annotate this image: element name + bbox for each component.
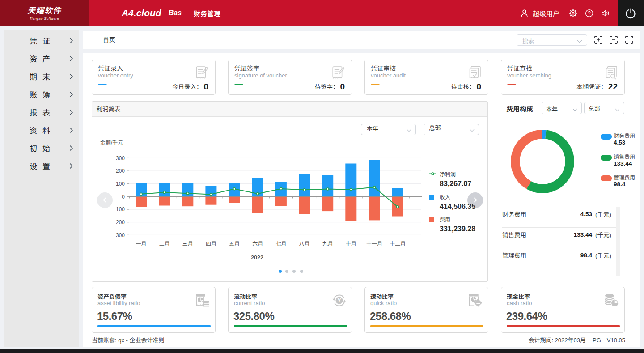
svg-text:2022: 2022	[251, 255, 263, 261]
svg-text:五月: 五月	[229, 241, 240, 247]
svg-text:金额/千元: 金额/千元	[100, 140, 123, 146]
svg-text:300: 300	[116, 155, 125, 162]
svg-text:100: 100	[116, 206, 125, 213]
svg-text:六月: 六月	[252, 241, 263, 247]
svg-text:100: 100	[116, 181, 125, 187]
svg-text:四月: 四月	[206, 241, 216, 247]
svg-text:七月: 七月	[275, 241, 286, 247]
svg-text:一月: 一月	[136, 241, 146, 247]
svg-text:300: 300	[116, 232, 125, 238]
svg-text:三月: 三月	[182, 241, 193, 247]
svg-text:十一月: 十一月	[366, 241, 382, 247]
svg-text:¥: ¥	[338, 297, 341, 304]
svg-text:十二月: 十二月	[390, 241, 406, 247]
svg-text:200: 200	[116, 219, 125, 225]
svg-text:八月: 八月	[299, 241, 310, 247]
svg-text:九月: 九月	[322, 241, 333, 247]
svg-text:0: 0	[122, 194, 125, 200]
svg-text:十月: 十月	[346, 241, 356, 247]
svg-text:200: 200	[116, 168, 125, 174]
svg-text:二月: 二月	[159, 241, 170, 247]
